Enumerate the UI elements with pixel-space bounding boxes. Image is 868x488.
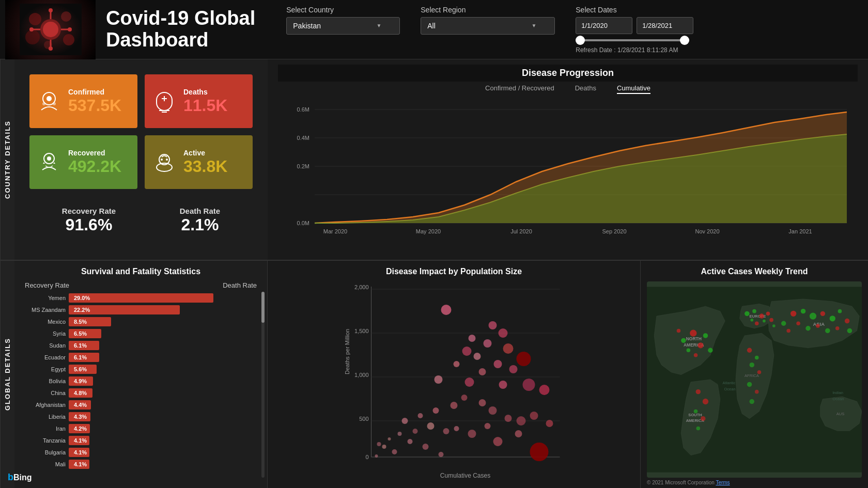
svg-point-17	[47, 96, 52, 101]
svg-point-94	[388, 437, 391, 440]
survival-bar: 5.6%	[69, 365, 97, 374]
tab-confirmed-recovered[interactable]: Confirmed / Recovered	[485, 84, 554, 94]
scatter-chart: 2,000 1,500 1,000 500 0 Deaths per Milli…	[275, 281, 632, 483]
survival-row: Sudan6.1%	[22, 341, 259, 350]
svg-point-161	[701, 416, 705, 421]
svg-point-97	[433, 407, 439, 414]
scrollbar-thumb[interactable]	[261, 292, 265, 323]
bar-container: 4.3%	[69, 412, 259, 421]
confirmed-info: Confirmed 537.5K	[68, 88, 121, 115]
title-line1: Covid-19 Global	[106, 7, 255, 29]
map-title: Active Cases Weekly Trend	[647, 267, 862, 276]
survival-row: Syria6.5%	[22, 329, 259, 338]
svg-text:0.6M: 0.6M	[297, 106, 309, 113]
tab-cumulative[interactable]: Cumulative	[617, 84, 650, 94]
survival-bar: 4.4%	[69, 400, 91, 410]
svg-point-77	[539, 385, 550, 395]
svg-point-3	[29, 13, 41, 25]
svg-point-124	[677, 329, 681, 333]
svg-point-71	[509, 365, 518, 373]
date-slider[interactable]	[576, 39, 689, 41]
survival-bar: 4.1%	[69, 460, 89, 469]
dates-label: Select Dates	[576, 6, 693, 14]
svg-point-162	[696, 427, 700, 431]
country-dropdown[interactable]: Pakistan ▼	[286, 17, 400, 35]
svg-point-5	[25, 30, 40, 44]
terms-link[interactable]: Terms	[716, 480, 730, 485]
bar-container: 5.6%	[69, 365, 259, 374]
svg-point-18	[42, 102, 45, 105]
survival-row: Liberia4.3%	[22, 412, 259, 421]
region-dropdown[interactable]: All ▼	[421, 17, 555, 35]
date-end-input[interactable]: 1/28/2021	[637, 17, 693, 34]
recovered-label: Recovered	[68, 149, 121, 157]
svg-point-131	[750, 319, 753, 322]
map-section: Active Cases Weekly Trend NORTH AMERICA …	[641, 261, 868, 488]
bar-container: 6.1%	[69, 341, 259, 350]
svg-point-19	[53, 102, 56, 105]
recovery-rate: Recovery Rate 91.6%	[62, 207, 116, 234]
bar-container: 4.8%	[69, 388, 259, 398]
svg-point-66	[484, 339, 492, 348]
bar-container: 22.2%	[69, 305, 259, 314]
svg-text:SOUTH: SOUTH	[688, 413, 702, 417]
svg-point-62	[441, 305, 452, 315]
date-start-input[interactable]: 1/1/2020	[576, 17, 632, 34]
svg-point-88	[382, 445, 386, 449]
svg-point-126	[708, 348, 712, 353]
tab-deaths[interactable]: Deaths	[575, 84, 596, 94]
svg-text:NORTH: NORTH	[686, 336, 702, 341]
survival-bar: 22.2%	[69, 305, 180, 314]
svg-point-60	[517, 352, 531, 366]
svg-point-104	[530, 412, 538, 420]
bar-container: 6.5%	[69, 329, 259, 338]
chevron-down-icon-region: ▼	[531, 23, 536, 28]
deaths-info: Deaths 11.5K	[183, 88, 227, 115]
svg-text:AUS: AUS	[836, 412, 845, 416]
recovered-icon	[35, 148, 63, 177]
scrollbar[interactable]	[261, 292, 265, 478]
scatter-section: Disease Impact by Population Size 2,000 …	[268, 261, 641, 488]
survival-country-name: Mali	[22, 461, 69, 467]
survival-bar: 4.8%	[69, 388, 92, 398]
survival-country-name: Tanzania	[22, 437, 69, 444]
svg-point-155	[747, 382, 752, 387]
svg-point-149	[786, 329, 791, 333]
svg-text:0.0M: 0.0M	[297, 220, 309, 226]
survival-bar-label: 22.2%	[74, 307, 90, 313]
chart-tabs: Confirmed / Recovered Deaths Cumulative	[278, 84, 858, 94]
survival-bar-label: 4.4%	[74, 402, 87, 408]
svg-text:Ocean: Ocean	[724, 387, 735, 391]
progression-chart: 0.6M 0.4M 0.2M 0.0M Mar 2020 May 2020 Ju…	[278, 99, 858, 244]
survival-stats: Survival and Fatality Statistics Recover…	[14, 261, 268, 488]
svg-point-153	[750, 363, 754, 367]
country-details-label: Country Details	[0, 59, 14, 260]
bar-container: 29.0%	[69, 293, 259, 303]
svg-point-144	[805, 326, 810, 330]
svg-point-147	[835, 326, 840, 330]
svg-point-64	[499, 328, 508, 338]
svg-point-74	[465, 377, 474, 387]
deaths-label: Deaths	[183, 88, 227, 96]
svg-point-15	[68, 27, 72, 32]
slider-thumb-left[interactable]	[576, 36, 585, 45]
survival-country-name: Ecuador	[22, 354, 69, 360]
active-value: 33.8K	[183, 157, 227, 176]
survival-row: Bulgaria4.1%	[22, 448, 259, 457]
svg-point-89	[392, 449, 397, 454]
slider-thumb-right[interactable]	[680, 36, 689, 45]
svg-point-148	[847, 328, 852, 333]
svg-point-128	[752, 309, 756, 313]
bar-container: 4.1%	[69, 460, 259, 469]
top-row: Country Details C	[0, 59, 868, 261]
svg-point-11	[49, 46, 53, 51]
survival-country-name: Afghanistan	[22, 402, 69, 408]
svg-text:500: 500	[359, 416, 368, 422]
svg-point-145	[816, 324, 820, 328]
active-label: Active	[183, 149, 227, 157]
svg-point-68	[474, 353, 481, 360]
svg-point-152	[755, 356, 759, 360]
map-container: NORTH AMERICA SOUTH AMERICA EUROPE AFRIC…	[647, 281, 862, 478]
deaths-value: 11.5K	[183, 96, 227, 115]
survival-title: Survival and Fatality Statistics	[22, 267, 259, 276]
